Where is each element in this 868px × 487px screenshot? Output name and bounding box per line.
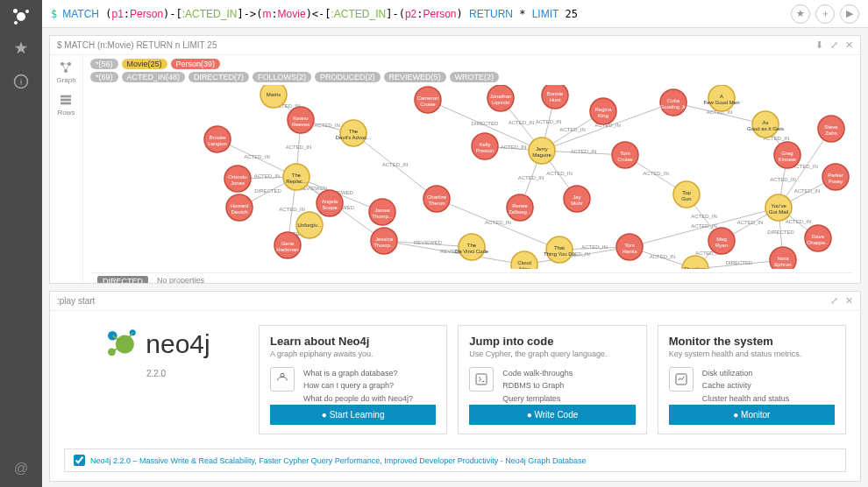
- card-title: Monitor the system: [669, 335, 835, 348]
- svg-text:CloudAtlas: CloudAtlas: [517, 260, 531, 269]
- news-checkbox[interactable]: [74, 455, 85, 466]
- svg-point-168: [281, 373, 284, 377]
- favorite-button[interactable]: ★: [791, 4, 810, 24]
- svg-text:ACTED_IN: ACTED_IN: [254, 173, 281, 179]
- svg-text:REVIEWED: REVIEWED: [414, 240, 443, 245]
- card-icon: [270, 367, 295, 392]
- sidebar: i @: [0, 0, 42, 487]
- status-text: No properties: [157, 276, 204, 283]
- news-box[interactable]: Neo4j 2.2.0 – Massive Write & Read Scala…: [64, 448, 846, 472]
- svg-text:SteveZahn: SteveZahn: [824, 124, 838, 136]
- close-icon[interactable]: ✕: [845, 295, 853, 307]
- legend-pill[interactable]: REVIEWED(5): [384, 72, 446, 82]
- legend-pill[interactable]: *(69): [90, 72, 118, 82]
- svg-text:BrookeLangton: BrookeLangton: [208, 135, 227, 146]
- svg-text:ACTED_IN: ACTED_IN: [559, 127, 586, 132]
- svg-text:JonathanLipnicki: JonathanLipnicki: [490, 94, 512, 105]
- svg-text:ACTED_IN: ACTED_IN: [518, 175, 544, 180]
- download-icon[interactable]: ⬇: [815, 39, 823, 51]
- legend-pill[interactable]: Person(39): [171, 59, 221, 69]
- svg-text:CameronCrowe: CameronCrowe: [417, 95, 439, 107]
- svg-rect-169: [476, 374, 487, 385]
- legend-pill[interactable]: PRODUCED(2): [315, 72, 381, 82]
- svg-text:DIRECTED: DIRECTED: [254, 188, 281, 194]
- legend-pill[interactable]: ACTED_IN(48): [122, 72, 186, 82]
- card-title: Learn about Neo4j: [270, 335, 436, 348]
- add-button[interactable]: ＋: [815, 4, 835, 24]
- cypher-editor[interactable]: $ MATCH (p1:Person)-[:ACTED_IN]->(m:Movi…: [42, 0, 868, 28]
- svg-text:i: i: [20, 77, 22, 87]
- expand-icon[interactable]: ⤢: [830, 295, 838, 307]
- close-icon[interactable]: ✕: [845, 39, 853, 51]
- version: 2.2.0: [64, 369, 248, 378]
- graph-visualization[interactable]: *(56)Movie(25)Person(39) *(69)ACTED_IN(4…: [83, 55, 860, 283]
- svg-text:Matrix: Matrix: [267, 92, 281, 97]
- card-list: Code walk-throughsRDBMS to GraphQuery te…: [502, 367, 573, 405]
- favorites-icon[interactable]: [13, 40, 29, 60]
- svg-text:ACTED_IN: ACTED_IN: [794, 188, 821, 194]
- card-subtitle: Use Cypher, the graph query language.: [469, 349, 635, 358]
- svg-text:ACTED_IN: ACTED_IN: [786, 219, 812, 224]
- svg-text:DIRECTED: DIRECTED: [726, 260, 753, 265]
- svg-text:ACTED_IN: ACTED_IN: [501, 145, 527, 150]
- svg-text:ACTED_IN: ACTED_IN: [770, 177, 796, 182]
- svg-text:CharlizeTheron: CharlizeTheron: [427, 194, 447, 206]
- svg-rect-5: [60, 95, 71, 98]
- status-tag: DIRECTED: [97, 276, 148, 283]
- view-tabs: Graph Rows: [50, 55, 83, 283]
- svg-rect-6: [60, 99, 71, 102]
- svg-text:ACTED_IN: ACTED_IN: [314, 123, 340, 128]
- card-subtitle: Key system health and status metrics.: [669, 349, 835, 358]
- tab-rows[interactable]: Rows: [57, 93, 75, 116]
- card-button[interactable]: ● Monitor: [669, 405, 835, 425]
- expand-icon[interactable]: ⤢: [830, 39, 838, 51]
- svg-text:ParkerPosey: ParkerPosey: [828, 173, 843, 184]
- play-button[interactable]: ▶: [840, 4, 859, 24]
- legend-pill[interactable]: DIRECTED(7): [189, 72, 249, 82]
- svg-text:ACTED_IN: ACTED_IN: [509, 120, 535, 125]
- svg-text:You'veGot Mail: You'veGot Mail: [769, 203, 788, 215]
- at-icon[interactable]: @: [4, 450, 39, 487]
- svg-text:ACTED_IN: ACTED_IN: [691, 223, 717, 229]
- main: $ MATCH (p1:Person)-[:ACTED_IN]->(m:Movi…: [42, 0, 868, 487]
- svg-text:Unforgiv...: Unforgiv...: [298, 222, 322, 228]
- svg-text:ACTED_IN: ACTED_IN: [286, 145, 312, 150]
- result-frame-play: :play start ⤢ ✕ neo4j 2.2.0 Learn about …: [49, 291, 861, 482]
- card-subtitle: A graph epiphany awaits you.: [270, 349, 436, 358]
- svg-text:ACTED_IN: ACTED_IN: [737, 220, 764, 225]
- card-button[interactable]: ● Write Code: [469, 405, 635, 425]
- svg-text:ACTED_IN: ACTED_IN: [571, 149, 597, 154]
- svg-text:TopGun: TopGun: [681, 190, 691, 201]
- svg-text:MegRyan: MegRyan: [715, 236, 728, 248]
- tab-graph[interactable]: Graph: [56, 60, 75, 84]
- legend-pill[interactable]: FOLLOWS(2): [253, 72, 311, 82]
- legend-pill[interactable]: Movie(25): [122, 59, 167, 69]
- guide-card: Monitor the systemKey system health and …: [658, 325, 846, 434]
- svg-text:ACTED_IN: ACTED_IN: [546, 171, 573, 176]
- guide-card: Learn about Neo4jA graph epiphany awaits…: [259, 325, 447, 434]
- svg-text:JamesThomp...: JamesThomp...: [372, 208, 393, 219]
- svg-text:ACTED_IN: ACTED_IN: [485, 220, 511, 225]
- result-frame-graph: $ MATCH (n:Movie) RETURN n LIMIT 25 ⬇ ⤢ …: [49, 35, 861, 284]
- legend-pill[interactable]: *(56): [90, 59, 118, 69]
- legend-pill[interactable]: WROTE(2): [450, 72, 500, 82]
- svg-text:AngelaScope: AngelaScope: [322, 199, 338, 210]
- svg-text:ACTED_IN: ACTED_IN: [581, 244, 608, 250]
- card-list: What is a graph database?How can I query…: [303, 367, 413, 405]
- svg-text:Sleepless: Sleepless: [684, 266, 707, 269]
- frame-query: :play start: [57, 296, 95, 306]
- guide-card: Jump into codeUse Cypher, the graph quer…: [458, 325, 646, 434]
- info-icon[interactable]: i: [13, 74, 29, 93]
- card-button[interactable]: ● Start Learning: [270, 405, 436, 425]
- svg-text:JessicaThomp...: JessicaThomp...: [374, 236, 395, 248]
- cypher-query[interactable]: MATCH (p1:Person)-[:ACTED_IN]->(m:Movie)…: [62, 8, 791, 20]
- svg-text:DIRECTED: DIRECTED: [472, 121, 499, 126]
- svg-text:ACTED_IN: ACTED_IN: [650, 254, 676, 259]
- svg-text:DIRECTED: DIRECTED: [767, 229, 794, 235]
- card-title: Jump into code: [469, 335, 635, 348]
- neo4j-logo-icon[interactable]: [11, 7, 31, 26]
- card-icon: [469, 367, 494, 392]
- prompt: $: [51, 8, 57, 20]
- frame-query: $ MATCH (n:Movie) RETURN n LIMIT 25: [57, 40, 217, 50]
- svg-text:ACTED_IN: ACTED_IN: [244, 154, 270, 159]
